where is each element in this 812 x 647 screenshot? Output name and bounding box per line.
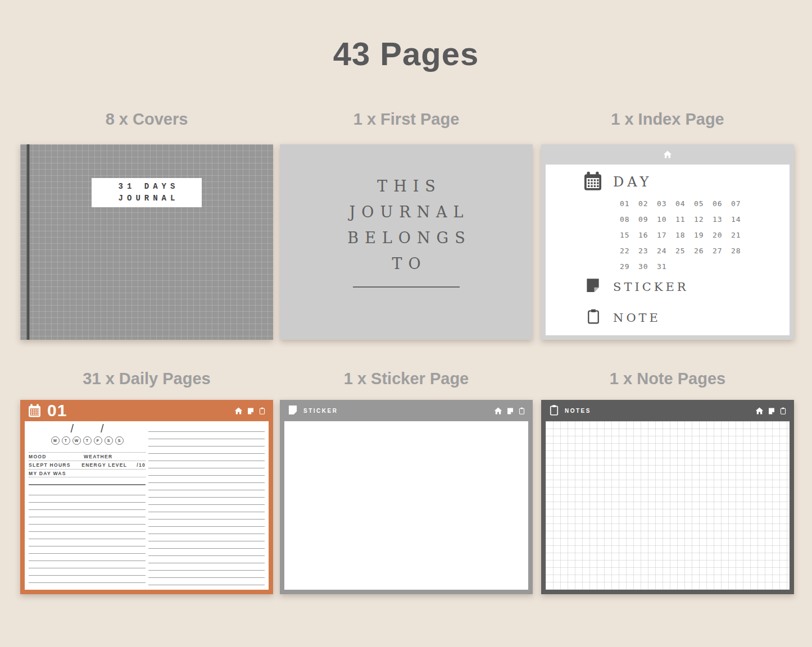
- index-day-link[interactable]: 23: [638, 247, 657, 262]
- daily-fields: MOOD WEATHER SLEPT HOURS ENERGY LEVEL /1…: [29, 452, 146, 477]
- index-day-link[interactable]: 24: [657, 247, 675, 262]
- weekday-circles[interactable]: MTWTFSS: [29, 436, 146, 445]
- section-divider: [29, 484, 146, 485]
- weekday-circle[interactable]: S: [105, 436, 113, 445]
- daily-page-panel: 01 / / MTWTFSS MOOD WEATHER: [20, 400, 273, 594]
- label-daily-pages: 31 x Daily Pages: [20, 370, 273, 388]
- note-page-panel: NOTES: [541, 400, 794, 594]
- index-header-bar: [541, 144, 794, 165]
- date-slash: /: [101, 422, 104, 435]
- field-row-1[interactable]: MOOD WEATHER: [29, 452, 146, 461]
- weekday-circle[interactable]: M: [51, 436, 60, 445]
- index-day-link[interactable]: 26: [694, 247, 713, 262]
- belongs-line-4: TO: [280, 251, 533, 277]
- index-day-link[interactable]: 14: [731, 215, 750, 231]
- nav-icons: [234, 407, 266, 415]
- index-day-link[interactable]: 04: [675, 199, 694, 215]
- weekday-circle[interactable]: T: [62, 436, 70, 445]
- field-row-3[interactable]: MY DAY WAS: [29, 469, 146, 477]
- home-icon[interactable]: [755, 407, 764, 415]
- home-icon[interactable]: [663, 150, 672, 159]
- index-day-link[interactable]: 28: [731, 247, 750, 262]
- index-day-link[interactable]: 19: [694, 231, 713, 247]
- promo-canvas: 43 Pages 8 x Covers 1 x First Page 1 x I…: [0, 0, 812, 647]
- index-day-link[interactable]: 09: [638, 215, 657, 231]
- sticker-page-heading: STICKER: [303, 408, 338, 414]
- field-row-2[interactable]: SLEPT HOURS ENERGY LEVEL /10: [29, 461, 146, 469]
- index-day-link[interactable]: 31: [657, 262, 675, 278]
- index-day-link[interactable]: 20: [713, 231, 731, 247]
- date-field[interactable]: / /: [29, 422, 146, 435]
- weekday-circle[interactable]: F: [94, 436, 102, 445]
- index-day-link[interactable]: 25: [675, 247, 694, 262]
- slept-hours-field: SLEPT HOURS: [29, 462, 81, 468]
- day-number: 01: [47, 401, 67, 420]
- notes-header-bar: NOTES: [541, 400, 794, 421]
- index-day-link[interactable]: 13: [713, 215, 731, 231]
- clipboard-icon[interactable]: [518, 407, 525, 414]
- index-days-grid: 0102030405060708091011121314151617181920…: [620, 199, 750, 278]
- sticker-icon: [287, 404, 298, 416]
- index-page-panel: DAY 010203040506070809101112131415161718…: [541, 144, 794, 340]
- index-day-link[interactable]: 22: [620, 247, 638, 262]
- index-day-link[interactable]: 02: [638, 199, 657, 215]
- index-day-link[interactable]: 17: [657, 231, 675, 247]
- sticker-icon[interactable]: [768, 407, 775, 415]
- index-day-link[interactable]: 11: [675, 215, 694, 231]
- clipboard-icon[interactable]: [258, 407, 266, 414]
- label-sticker-page: 1 x Sticker Page: [280, 370, 533, 388]
- mood-field: MOOD: [29, 454, 84, 459]
- sticker-page-panel: STICKER: [280, 400, 533, 594]
- weekday-circle[interactable]: S: [115, 436, 124, 445]
- notes-page-heading: NOTES: [565, 408, 591, 414]
- belongs-line-2: JOURNAL: [280, 199, 533, 225]
- index-day-link[interactable]: 21: [731, 231, 750, 247]
- index-day-link[interactable]: 16: [638, 231, 657, 247]
- index-day-link[interactable]: 27: [713, 247, 731, 262]
- clipboard-icon: [548, 404, 560, 416]
- index-day-link[interactable]: 30: [638, 262, 657, 278]
- sticker-icon[interactable]: [247, 407, 255, 415]
- home-icon[interactable]: [494, 407, 502, 415]
- label-first-page: 1 x First Page: [280, 110, 533, 129]
- page-title: 43 Pages: [0, 35, 812, 72]
- sticker-icon[interactable]: [506, 407, 514, 415]
- index-day-link[interactable]: 01: [620, 199, 638, 215]
- index-day-link[interactable]: 15: [620, 231, 638, 247]
- daily-left-column: / / MTWTFSS MOOD WEATHER SLEPT HOURS ENE…: [29, 421, 146, 590]
- energy-level-field: ENERGY LEVEL: [81, 462, 127, 468]
- index-day-link[interactable]: 03: [657, 199, 675, 215]
- daily-page-body: / / MTWTFSS MOOD WEATHER SLEPT HOURS ENE…: [25, 421, 269, 590]
- label-index-page: 1 x Index Page: [541, 110, 794, 129]
- clipboard-icon: [586, 308, 601, 324]
- writing-lines-right[interactable]: [148, 425, 265, 587]
- index-day-link[interactable]: 06: [713, 199, 731, 215]
- cover-spine: [26, 144, 30, 340]
- home-icon[interactable]: [234, 407, 243, 415]
- cover-title-line1: 31 DAYS: [115, 181, 179, 193]
- weather-field: WEATHER: [84, 454, 146, 459]
- index-day-link[interactable]: 07: [731, 199, 750, 215]
- writing-lines-left[interactable]: [29, 488, 146, 587]
- clipboard-icon[interactable]: [779, 407, 787, 414]
- daily-header-bar: 01: [20, 400, 273, 421]
- nav-icons: [494, 407, 525, 415]
- sticker-page-body[interactable]: [284, 421, 528, 590]
- index-day-link[interactable]: 10: [657, 215, 675, 231]
- sticker-icon: [584, 277, 601, 294]
- index-day-link[interactable]: 12: [694, 215, 713, 231]
- first-page-panel: THIS JOURNAL BELONGS TO: [280, 144, 533, 340]
- weekday-circle[interactable]: T: [83, 436, 92, 445]
- index-day-link[interactable]: 08: [620, 215, 638, 231]
- index-day-link[interactable]: 29: [620, 262, 638, 278]
- weekday-circle[interactable]: W: [72, 436, 81, 445]
- index-day-link[interactable]: 05: [694, 199, 713, 215]
- notes-page-body[interactable]: [546, 421, 790, 590]
- cover-panel: 31 DAYS JOURNAL: [20, 144, 273, 340]
- belongs-line-3: BELONGS: [280, 225, 533, 251]
- belongs-line-1: THIS: [280, 174, 533, 199]
- index-day-link[interactable]: 18: [675, 231, 694, 247]
- name-blank-line: [353, 286, 460, 288]
- index-page-body: DAY 010203040506070809101112131415161718…: [546, 165, 790, 335]
- calendar-icon: [583, 171, 603, 192]
